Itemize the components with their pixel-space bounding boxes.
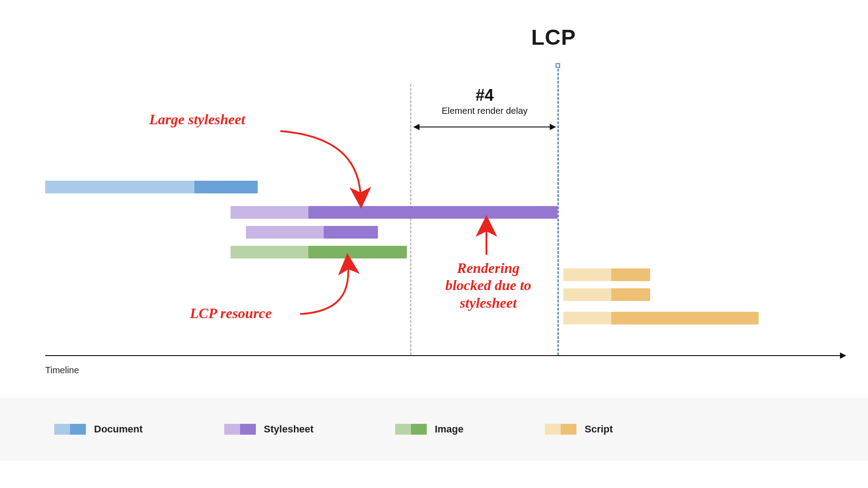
anno-render-blocked-l2: blocked due to xyxy=(429,277,547,294)
bar-script-1 xyxy=(563,268,650,281)
bar-document xyxy=(45,181,258,193)
anno-render-blocked-l1: Rendering xyxy=(429,259,547,277)
phase4-subtitle: Element render delay xyxy=(411,106,558,116)
bar-script-3 xyxy=(563,312,759,324)
swatch-image xyxy=(395,424,427,435)
bar-stylesheet-large xyxy=(231,206,557,219)
lcp-label: LCP xyxy=(531,25,576,50)
bar-image-lcp xyxy=(231,246,407,258)
timeline-axis xyxy=(45,355,845,356)
phase4-label: #4 Element render delay xyxy=(411,86,558,116)
legend-label-script: Script xyxy=(585,423,613,435)
phase4-range-arrow xyxy=(414,127,555,127)
anno-large-stylesheet: Large stylesheet xyxy=(149,111,245,128)
legend: Document Stylesheet Image Script xyxy=(0,398,868,461)
phase4-number: #4 xyxy=(411,86,558,105)
bar-stylesheet-small xyxy=(246,226,378,239)
lcp-marker-pin xyxy=(556,63,560,68)
timeline-label: Timeline xyxy=(45,365,79,375)
annotation-arrows xyxy=(0,0,868,398)
swatch-script xyxy=(545,424,576,435)
legend-label-image: Image xyxy=(435,423,464,435)
legend-item-image: Image xyxy=(395,423,464,435)
anno-render-blocked: Rendering blocked due to stylesheet xyxy=(429,259,547,311)
diagram-canvas: LCP #4 Element render delay Large styles… xyxy=(0,0,868,488)
legend-item-document: Document xyxy=(54,423,143,435)
swatch-document xyxy=(54,424,86,435)
legend-label-stylesheet: Stylesheet xyxy=(264,423,314,435)
legend-item-script: Script xyxy=(545,423,613,435)
bar-script-2 xyxy=(563,288,650,301)
anno-lcp-resource: LCP resource xyxy=(190,305,272,322)
legend-label-document: Document xyxy=(94,423,143,435)
mid-guide-line xyxy=(410,84,411,355)
swatch-stylesheet xyxy=(224,424,256,435)
anno-render-blocked-l3: stylesheet xyxy=(429,294,547,311)
legend-item-stylesheet: Stylesheet xyxy=(224,423,314,435)
